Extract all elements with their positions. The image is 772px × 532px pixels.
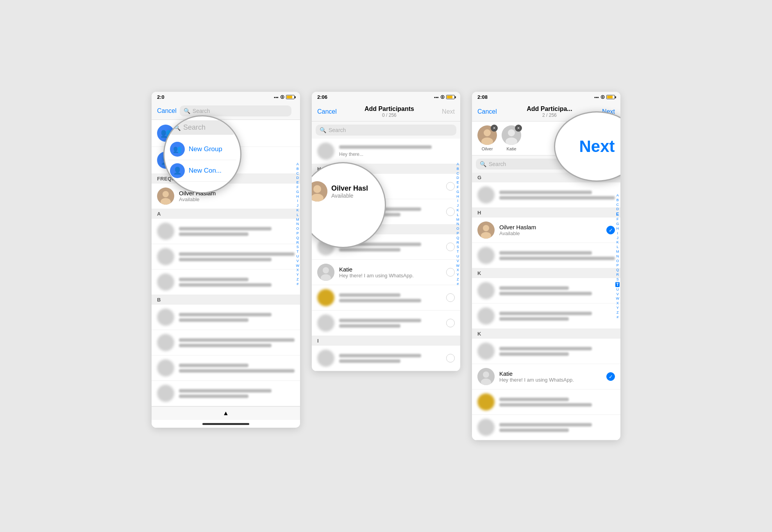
blur-avatar-h3	[477, 247, 495, 264]
blur-line-k3-3b-1	[499, 398, 569, 401]
blur-line-k2-3a-2	[499, 292, 592, 295]
mag-group-label: New Group	[189, 145, 222, 153]
blur-text-b2	[179, 338, 295, 347]
battery-icon-3	[606, 95, 615, 99]
blur-text-b1	[179, 313, 295, 322]
checkbox-h2[interactable]	[446, 207, 455, 216]
blur-text-k3	[339, 319, 441, 328]
contact-katie-2[interactable]: Katie Hey there! I am using WhatsApp.	[312, 260, 460, 285]
mag-contact-icon: 👤	[170, 163, 185, 178]
checkbox-katie-3[interactable]: ✓	[606, 372, 615, 381]
next-button-2[interactable]: Next	[442, 108, 455, 115]
checkbox-i1[interactable]	[446, 354, 455, 362]
contact-name-oilver-3: Oilver Haslam	[499, 224, 602, 230]
time-3: 2:08	[477, 94, 488, 100]
blur-line-k3-2	[339, 324, 400, 328]
blurred-row-b1	[152, 305, 300, 330]
search-bar-wrap-2: 🔍 Search	[312, 121, 460, 139]
status-bar-1: 2:0 ▪▪▪ ⦿	[152, 92, 300, 102]
add-participants-title-2: Add Participants	[365, 105, 414, 112]
blur-line-h3-2	[499, 257, 615, 260]
mag-group-icon: 👥	[170, 142, 185, 157]
participant-oilver-wrap: ×	[477, 125, 497, 145]
blur-line-b2-1	[179, 338, 295, 342]
battery-icon-1	[286, 95, 295, 99]
time-2: 2:06	[317, 94, 327, 100]
status-icons-1: ▪▪▪ ⦿	[274, 95, 295, 100]
section-header-k2-3: K	[472, 268, 620, 278]
checkbox-oilver-2[interactable]	[446, 182, 455, 191]
blur-text-i1	[339, 354, 441, 363]
cancel-button-1[interactable]: Cancel	[157, 107, 177, 114]
search-bar-1[interactable]: 🔍 Search	[180, 105, 291, 116]
contact-status-oilver-3: Available	[499, 230, 602, 236]
blur-avatar-a1	[157, 223, 174, 240]
blur-line-a2-1	[179, 252, 295, 256]
blur-line-i1-2	[339, 359, 400, 363]
search-icon-3: 🔍	[480, 161, 486, 167]
cancel-button-2[interactable]: Cancel	[317, 108, 337, 115]
blur-text-b3	[179, 364, 295, 373]
avatar-katie-3	[477, 368, 495, 385]
blur-text-b4	[179, 389, 295, 398]
svg-point-16	[508, 129, 515, 136]
mag2-name: Oilver Hasl	[331, 184, 368, 193]
blurred-row-k2-3a	[472, 278, 620, 303]
blur-avatar-a3	[157, 273, 174, 291]
svg-point-10	[313, 185, 321, 193]
blur-line-k2-3a-1	[499, 286, 569, 290]
contact-name-katie-2: Katie	[339, 266, 441, 273]
blur-text-k3-3b	[499, 398, 615, 407]
participant-katie-wrap: ×	[502, 125, 521, 145]
blur-line-hey-1	[339, 145, 432, 149]
blur-avatar-k3-3c	[477, 419, 495, 436]
blur-text-k3-3c	[499, 423, 615, 432]
blur-line-a1-1	[179, 227, 272, 230]
avatar-oilver-3	[477, 221, 495, 239]
contact-info-oilver-3: Oilver Haslam Available	[499, 224, 602, 236]
blur-avatar-b1	[157, 309, 174, 326]
checkbox-katie-2[interactable]	[446, 268, 455, 277]
blur-line-i1-1	[339, 354, 421, 357]
blur-line-k3-3b-2	[499, 403, 592, 407]
next-label-magnified: Next	[579, 137, 615, 156]
contact-info-katie-3: Katie Hey there! I am using WhatsApp.	[499, 370, 602, 383]
section-header-b: B	[152, 295, 300, 305]
remove-katie-btn[interactable]: ×	[515, 125, 522, 132]
cancel-button-3[interactable]: Cancel	[477, 108, 497, 115]
contact-oilver-3[interactable]: Oilver Haslam Available ✓	[472, 218, 620, 243]
blurred-row-k3-3b	[472, 389, 620, 415]
blur-line-hey-2: Hey there...	[339, 151, 409, 157]
status-icons-2: ▪▪▪ ⦿	[434, 95, 455, 100]
contact-info-katie-2: Katie Hey there! I am using WhatsApp.	[339, 266, 441, 278]
alphabet-sidebar-3: A B C D E F G H I J K L M N O P Q R S T …	[615, 193, 620, 319]
home-bar-1	[202, 423, 249, 425]
blur-line-a2-2	[179, 258, 272, 261]
mag2-avatar	[312, 181, 327, 202]
svg-point-22	[483, 371, 489, 378]
nav-title-2: Add Participants 0 / 256	[365, 105, 414, 118]
blur-avatar-a2	[157, 248, 174, 265]
blur-text-g1	[499, 191, 615, 200]
participant-katie-name: Katie	[506, 146, 516, 151]
blur-line-k3-3a-2	[499, 352, 569, 356]
contact-status-katie-3: Hey there! I am using WhatsApp.	[499, 377, 602, 383]
blurred-row-b3	[152, 355, 300, 381]
participant-katie: × Katie	[502, 125, 521, 151]
blur-line-a3-1	[179, 278, 248, 281]
blur-line-a1-2	[179, 232, 248, 236]
nav-bar-1: Cancel 🔍 Search	[152, 102, 300, 120]
contact-oilver-1[interactable]: Oilver Haslam Available	[152, 184, 300, 209]
contact-katie-3[interactable]: Katie Hey there! I am using WhatsApp. ✓	[472, 364, 620, 389]
checkbox-oilver-3[interactable]: ✓	[606, 226, 615, 234]
participant-oilver: × Oilver	[477, 125, 497, 151]
checkbox-k3[interactable]	[446, 319, 455, 327]
blur-avatar-g1	[477, 186, 495, 204]
blur-line-k3-3c-2	[499, 428, 569, 432]
remove-oilver-btn[interactable]: ×	[491, 125, 498, 132]
blur-avatar-k3-3b	[477, 393, 495, 411]
search-input-2[interactable]: 🔍 Search	[316, 125, 456, 136]
checkbox-k1[interactable]	[446, 243, 455, 251]
checkbox-k2[interactable]	[446, 293, 455, 302]
blur-avatar-k2-3b	[477, 307, 495, 325]
